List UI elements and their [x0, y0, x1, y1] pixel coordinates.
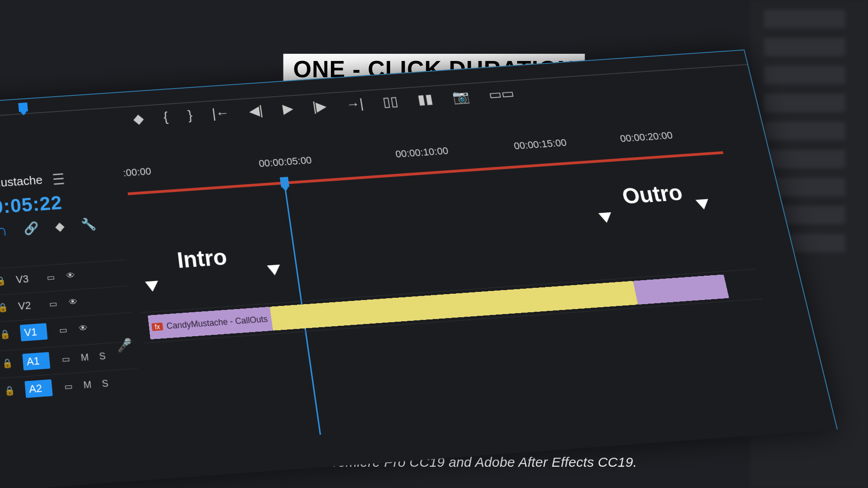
- sequence-tab[interactable]: CandyMustache: [0, 171, 64, 192]
- clip-intro[interactable]: fx CandyMustache - CallOuts: [148, 307, 273, 339]
- sequence-name: CandyMustache: [0, 173, 43, 193]
- track-label[interactable]: A2: [24, 379, 52, 398]
- step-fwd-button[interactable]: |▶: [311, 98, 328, 114]
- lock-icon[interactable]: [0, 275, 6, 286]
- eye-toggle-icon[interactable]: [67, 297, 79, 308]
- goto-out-button[interactable]: →|: [345, 96, 364, 112]
- ruler-label: 00:00:10:00: [395, 145, 449, 160]
- solo-toggle[interactable]: S: [99, 351, 106, 362]
- tracks-area: V3 V2 V1 🎤: [0, 185, 794, 488]
- playhead-timecode[interactable]: 00:00:05:22: [0, 192, 63, 221]
- playhead-handle[interactable]: [280, 177, 289, 187]
- lock-icon[interactable]: [2, 357, 13, 369]
- add-marker-button[interactable]: ◆: [132, 111, 145, 127]
- step-back-button[interactable]: ◀|: [248, 103, 264, 119]
- extract-button[interactable]: ▮▮: [416, 91, 434, 107]
- clip-outro[interactable]: [633, 274, 729, 305]
- goto-in-button[interactable]: |←: [211, 105, 230, 121]
- ruler-label: 00:00:15:00: [513, 137, 567, 152]
- track-label[interactable]: V3: [15, 272, 35, 286]
- lock-icon[interactable]: [0, 328, 10, 340]
- timeline-stage: ◆ { } |← ◀| ▶ |▶ →| ▯▯ ▮▮ 📷 ▭▭ CandyMust…: [0, 50, 836, 488]
- timeline-panel[interactable]: ◆ { } |← ◀| ▶ |▶ →| ▯▯ ▮▮ 📷 ▭▭ CandyMust…: [0, 49, 838, 488]
- mark-in-button[interactable]: {: [163, 109, 169, 124]
- ruler-label: :00:00: [123, 165, 152, 179]
- fx-toggle-icon[interactable]: [47, 298, 58, 310]
- fx-toggle-icon[interactable]: [60, 353, 71, 365]
- fx-toggle-icon[interactable]: [44, 272, 56, 282]
- lock-icon[interactable]: [4, 385, 15, 396]
- mute-toggle[interactable]: M: [83, 379, 92, 391]
- clip-name: CandyMustache - CallOuts: [166, 314, 268, 331]
- track-label[interactable]: A1: [22, 352, 50, 370]
- mute-toggle[interactable]: M: [80, 352, 90, 363]
- insert-button[interactable]: ▭▭: [487, 85, 515, 103]
- fx-toggle-icon[interactable]: [62, 380, 73, 392]
- eye-toggle-icon[interactable]: [78, 323, 89, 334]
- lift-button[interactable]: ▯▯: [382, 93, 399, 109]
- fx-toggle-icon[interactable]: [57, 324, 68, 336]
- ruler-label: 00:00:20:00: [619, 130, 674, 145]
- export-frame-button[interactable]: 📷: [451, 89, 471, 105]
- clip-fx-badge: fx: [151, 323, 163, 331]
- ruler-label: 00:00:05:00: [258, 155, 312, 170]
- lock-icon[interactable]: [0, 302, 8, 313]
- scrub-marker[interactable]: [18, 103, 28, 112]
- eye-toggle-icon[interactable]: [65, 270, 76, 281]
- track-label[interactable]: V1: [20, 323, 48, 341]
- solo-toggle[interactable]: S: [101, 378, 109, 389]
- sequence-menu-icon[interactable]: [53, 173, 64, 185]
- play-button[interactable]: ▶: [282, 100, 294, 117]
- mark-out-button[interactable]: }: [187, 108, 193, 123]
- track-label[interactable]: V2: [18, 299, 38, 312]
- track-lane-v1[interactable]: fx CandyMustache - CallOuts: [141, 269, 763, 343]
- clip-body[interactable]: [270, 281, 638, 331]
